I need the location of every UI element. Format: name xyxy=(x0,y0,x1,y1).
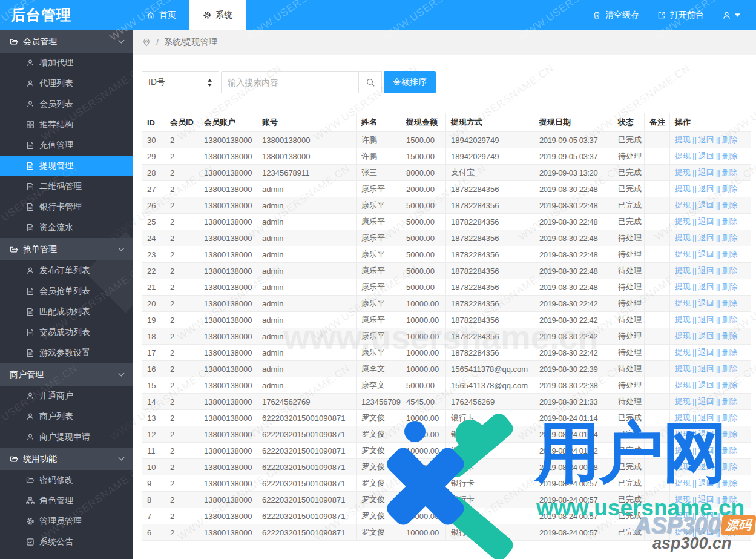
search-input[interactable] xyxy=(221,71,359,93)
sidebar-item[interactable]: 资金流水 xyxy=(0,217,133,238)
clear-cache-button[interactable]: 清空缓存 xyxy=(593,10,639,21)
action-link-1[interactable]: 退回 xyxy=(698,348,714,357)
action-link-2[interactable]: 删除 xyxy=(722,364,738,373)
action-link-1[interactable]: 退回 xyxy=(698,364,714,373)
action-link-0[interactable]: 提现 xyxy=(675,429,691,438)
sidebar-section-header-2[interactable]: 商户管理 xyxy=(0,363,133,386)
action-link-1[interactable]: 退回 xyxy=(698,250,714,259)
action-link-1[interactable]: 退回 xyxy=(698,200,714,210)
action-link-1[interactable]: 退回 xyxy=(698,315,714,324)
action-link-2[interactable]: 删除 xyxy=(722,315,738,324)
open-frontend-button[interactable]: 打开前台 xyxy=(657,10,704,21)
action-link-2[interactable]: 删除 xyxy=(722,478,738,488)
action-link-1[interactable]: 退回 xyxy=(698,462,714,471)
action-link-2[interactable]: 删除 xyxy=(722,331,738,340)
sidebar-item[interactable]: 商户提现申请 xyxy=(0,427,133,448)
action-link-2[interactable]: 删除 xyxy=(722,299,738,308)
action-link-2[interactable]: 删除 xyxy=(722,495,738,504)
action-link-1[interactable]: 退回 xyxy=(698,217,714,226)
sidebar-item[interactable]: 管理员管理 xyxy=(0,511,133,532)
sidebar-section-header-3[interactable]: 统用功能 xyxy=(0,448,133,470)
action-link-2[interactable]: 删除 xyxy=(722,462,738,471)
sidebar-item[interactable]: 商户列表 xyxy=(0,406,133,427)
sidebar-item[interactable]: 匹配成功列表 xyxy=(0,302,133,322)
sidebar-item[interactable]: 角色管理 xyxy=(0,491,133,511)
sidebar-item[interactable]: 二维码管理 xyxy=(0,176,133,197)
action-link-2[interactable]: 删除 xyxy=(722,348,738,357)
action-link-2[interactable]: 删除 xyxy=(722,200,738,210)
sidebar-item[interactable]: 推荐结构 xyxy=(0,114,133,135)
action-link-1[interactable]: 退回 xyxy=(698,151,714,160)
action-link-0[interactable]: 提现 xyxy=(675,168,691,177)
action-link-1[interactable]: 退回 xyxy=(698,233,714,242)
action-link-0[interactable]: 提现 xyxy=(675,135,691,144)
action-link-2[interactable]: 删除 xyxy=(722,429,738,438)
action-link-2[interactable]: 删除 xyxy=(722,184,738,193)
action-link-1[interactable]: 退回 xyxy=(698,478,714,488)
action-link-0[interactable]: 提现 xyxy=(675,315,691,324)
action-link-2[interactable]: 删除 xyxy=(722,380,738,389)
action-link-0[interactable]: 提现 xyxy=(675,184,691,193)
action-link-0[interactable]: 提现 xyxy=(675,511,691,520)
sidebar-item[interactable]: 系统公告 xyxy=(0,532,133,552)
sidebar-item[interactable]: 银行卡管理 xyxy=(0,197,133,217)
action-link-0[interactable]: 提现 xyxy=(675,200,691,210)
action-link-2[interactable]: 删除 xyxy=(722,217,738,226)
action-link-1[interactable]: 退回 xyxy=(698,429,714,438)
user-menu[interactable] xyxy=(722,11,740,20)
sidebar-item[interactable]: 交易成功列表 xyxy=(0,322,133,343)
action-link-0[interactable]: 提现 xyxy=(675,299,691,308)
action-link-1[interactable]: 退回 xyxy=(698,511,714,520)
action-link-2[interactable]: 删除 xyxy=(722,168,738,177)
action-link-0[interactable]: 提现 xyxy=(675,331,691,340)
action-link-1[interactable]: 退回 xyxy=(698,495,714,504)
action-link-0[interactable]: 提现 xyxy=(675,217,691,226)
action-link-2[interactable]: 删除 xyxy=(722,250,738,259)
action-link-0[interactable]: 提现 xyxy=(675,364,691,373)
sidebar-section-header-0[interactable]: 会员管理 xyxy=(0,30,133,53)
sort-by-amount-button[interactable]: 金额排序 xyxy=(384,71,436,93)
action-link-1[interactable]: 退回 xyxy=(698,446,714,455)
tab-home[interactable]: 首页 xyxy=(133,0,189,30)
sidebar-item[interactable]: 充值管理 xyxy=(0,135,133,156)
action-link-0[interactable]: 提现 xyxy=(675,478,691,488)
action-link-1[interactable]: 退回 xyxy=(698,331,714,340)
sidebar-item[interactable]: 代理列表 xyxy=(0,73,133,94)
action-link-0[interactable]: 提现 xyxy=(675,151,691,160)
action-link-1[interactable]: 退回 xyxy=(698,282,714,291)
action-link-2[interactable]: 删除 xyxy=(722,446,738,455)
action-link-0[interactable]: 提现 xyxy=(675,462,691,471)
action-link-2[interactable]: 删除 xyxy=(722,528,738,537)
action-link-0[interactable]: 提现 xyxy=(675,282,691,291)
action-link-0[interactable]: 提现 xyxy=(675,413,691,422)
sidebar-item[interactable]: 增加代理 xyxy=(0,53,133,73)
action-link-2[interactable]: 删除 xyxy=(722,151,738,160)
action-link-1[interactable]: 退回 xyxy=(698,135,714,144)
action-link-1[interactable]: 退回 xyxy=(698,266,714,275)
action-link-2[interactable]: 删除 xyxy=(722,511,738,520)
action-link-2[interactable]: 删除 xyxy=(722,266,738,275)
action-link-1[interactable]: 退回 xyxy=(698,380,714,389)
action-link-0[interactable]: 提现 xyxy=(675,495,691,504)
sidebar-item[interactable]: 会员列表 xyxy=(0,94,133,114)
action-link-0[interactable]: 提现 xyxy=(675,266,691,275)
sidebar-item[interactable]: 游戏参数设置 xyxy=(0,343,133,363)
action-link-2[interactable]: 删除 xyxy=(722,397,738,406)
sidebar-section-header-1[interactable]: 抢单管理 xyxy=(0,238,133,260)
action-link-0[interactable]: 提现 xyxy=(675,446,691,455)
action-link-1[interactable]: 退回 xyxy=(698,413,714,422)
action-link-0[interactable]: 提现 xyxy=(675,348,691,357)
action-link-0[interactable]: 提现 xyxy=(675,250,691,259)
sidebar-item[interactable]: 提现管理 xyxy=(0,156,133,176)
action-link-2[interactable]: 删除 xyxy=(722,135,738,144)
search-button[interactable] xyxy=(359,71,382,93)
action-link-1[interactable]: 退回 xyxy=(698,184,714,193)
action-link-1[interactable]: 退回 xyxy=(698,528,714,537)
action-link-0[interactable]: 提现 xyxy=(675,380,691,389)
action-link-2[interactable]: 删除 xyxy=(722,413,738,422)
action-link-2[interactable]: 删除 xyxy=(722,233,738,242)
action-link-1[interactable]: 退回 xyxy=(698,397,714,406)
search-filter-select[interactable]: ID号 xyxy=(142,71,219,93)
action-link-1[interactable]: 退回 xyxy=(698,299,714,308)
action-link-0[interactable]: 提现 xyxy=(675,397,691,406)
